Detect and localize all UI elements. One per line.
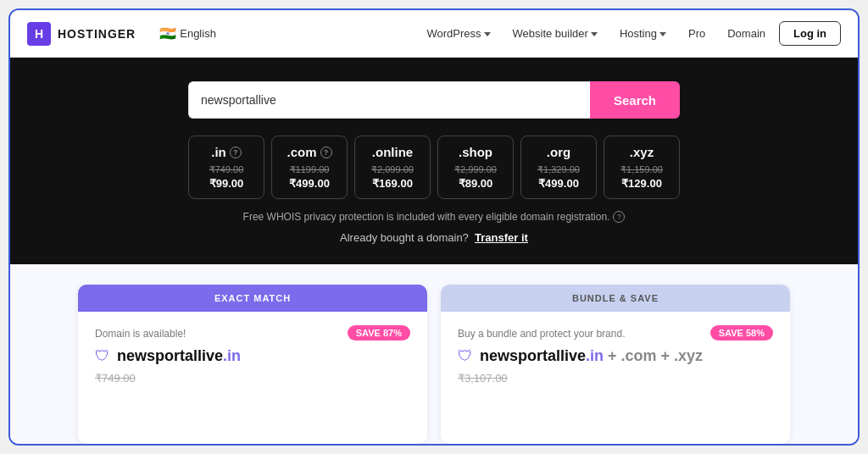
chevron-down-icon [484, 32, 491, 36]
nav-pro[interactable]: Pro [680, 22, 714, 45]
help-icon[interactable]: ? [613, 211, 625, 223]
original-price: ₹1199.00 [286, 164, 333, 175]
info-icon[interactable]: ? [320, 147, 332, 158]
chevron-down-icon [591, 32, 598, 36]
current-price: ₹169.00 [369, 177, 416, 190]
nav-wordpress[interactable]: WordPress [418, 22, 498, 45]
cards-section: EXACT MATCH Domain is available! SAVE 87… [10, 264, 858, 444]
transfer-line: Already bought a domain? Transfer it [340, 231, 528, 244]
domain-card-shop[interactable]: .shop ₹2,999.00 ₹89.00 [437, 136, 514, 199]
bundle-subtitle: Buy a bundle and protect your brand. [458, 328, 625, 340]
chevron-down-icon [659, 32, 666, 36]
domain-card-in[interactable]: .in ? ₹749.00 ₹99.00 [188, 136, 264, 199]
logo-area: H HOSTINGER [27, 22, 136, 46]
exact-domain-row: 🛡 newsportallive.in [95, 347, 410, 365]
domain-card-com[interactable]: .com ? ₹1199.00 ₹499.00 [271, 136, 348, 199]
bundle-original-price: ₹3,107.00 [458, 372, 773, 385]
search-button[interactable]: Search [590, 81, 680, 119]
language-selector[interactable]: 🇮🇳 English [153, 22, 223, 45]
exact-match-card: EXACT MATCH Domain is available! SAVE 87… [78, 285, 427, 444]
bundle-save-card: BUNDLE & SAVE Buy a bundle and protect y… [441, 285, 790, 444]
exact-match-header: EXACT MATCH [78, 285, 427, 312]
domain-card-org[interactable]: .org ₹1,329.00 ₹499.00 [520, 136, 597, 199]
save-badge-bundle: SAVE 58% [710, 325, 773, 340]
nav-website-builder[interactable]: Website builder [504, 22, 606, 45]
shield-icon: 🛡 [95, 347, 110, 365]
search-input[interactable] [188, 81, 590, 119]
login-button[interactable]: Log in [779, 21, 841, 46]
domain-options: .in ? ₹749.00 ₹99.00 .com ? ₹1199.00 ₹49… [188, 136, 680, 199]
current-price: ₹499.00 [535, 177, 582, 190]
nav-domain[interactable]: Domain [719, 22, 774, 45]
logo-icon: H [27, 22, 51, 46]
exact-match-body: Domain is available! SAVE 87% 🛡 newsport… [78, 312, 427, 395]
save-badge-exact: SAVE 87% [348, 325, 410, 340]
language-label: English [180, 27, 216, 40]
exact-domain-display: newsportallive.in [117, 347, 241, 365]
current-price: ₹129.00 [618, 177, 665, 190]
info-icon[interactable]: ? [230, 147, 242, 158]
nav-hosting[interactable]: Hosting [611, 22, 675, 45]
bundle-domain-display: newsportallive.in + .com + .xyz [480, 347, 703, 365]
current-price: ₹499.00 [286, 177, 333, 190]
current-price: ₹89.00 [452, 177, 499, 190]
original-price: ₹2,999.00 [452, 164, 499, 175]
navbar: H HOSTINGER 🇮🇳 English WordPress Website… [10, 10, 858, 58]
original-price: ₹1,159.00 [618, 164, 665, 175]
original-price: ₹1,329.00 [535, 164, 582, 175]
original-price: ₹2,099.00 [369, 164, 416, 175]
current-price: ₹99.00 [203, 177, 250, 190]
domain-card-xyz[interactable]: .xyz ₹1,159.00 ₹129.00 [604, 136, 680, 199]
flag-icon: 🇮🇳 [159, 25, 176, 42]
shield-icon: 🛡 [458, 347, 473, 365]
exact-match-subtitle: Domain is available! [95, 328, 186, 340]
domain-search-bar: Search [188, 81, 680, 119]
bundle-header: BUNDLE & SAVE [441, 285, 790, 312]
bundle-domain-row: 🛡 newsportallive.in + .com + .xyz [458, 347, 773, 365]
brand-name: HOSTINGER [58, 27, 136, 41]
transfer-link[interactable]: Transfer it [475, 231, 528, 244]
whois-note: Free WHOIS privacy protection is include… [243, 211, 626, 223]
hero-section: Search .in ? ₹749.00 ₹99.00 .com ? ₹1199… [10, 58, 858, 264]
domain-card-online[interactable]: .online ₹2,099.00 ₹169.00 [354, 136, 431, 199]
bundle-body: Buy a bundle and protect your brand. SAV… [441, 312, 790, 395]
original-price: ₹749.00 [203, 164, 250, 175]
exact-original-price: ₹749.00 [95, 372, 410, 385]
nav-links: WordPress Website builder Hosting Pro Do… [418, 21, 841, 46]
